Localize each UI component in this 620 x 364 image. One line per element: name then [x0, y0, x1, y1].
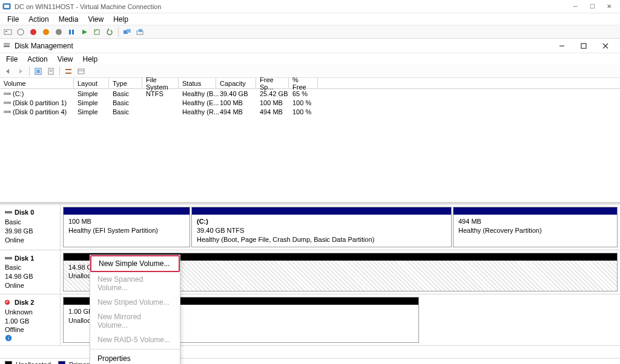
dm-close-button[interactable] — [598, 40, 613, 52]
vol-type: Basic — [109, 98, 142, 107]
back-icon[interactable] — [2, 66, 13, 77]
dm-menu-view[interactable]: View — [53, 54, 78, 65]
svg-rect-41 — [5, 211, 12, 213]
vol-layout: Simple — [74, 89, 109, 98]
dm-menubar: File Action View Help — [0, 53, 620, 65]
vm-minimize-button[interactable]: ─ — [567, 1, 584, 13]
disk0-partition-3[interactable]: 494 MB Healthy (Recovery Partition) — [453, 207, 618, 247]
disk1-size: 14.98 GB — [5, 272, 55, 281]
disk0-partition-2[interactable]: (C:) 39.40 GB NTFS Healthy (Boot, Page F… — [191, 207, 452, 247]
col-status[interactable]: Status — [179, 78, 216, 88]
vm-pause-icon[interactable] — [66, 27, 77, 37]
drive-icon — [4, 109, 11, 115]
vm-window-title: DC on WIN11HOST - Virtual Machine Connec… — [15, 3, 567, 10]
disk1-name: Disk 1 — [15, 254, 34, 263]
col-pfree[interactable]: % Free — [289, 78, 318, 88]
vm-menu-action[interactable]: Action — [24, 14, 53, 25]
legend-swatch-primary — [58, 361, 65, 364]
menu-new-simple-volume[interactable]: New Simple Volume... — [91, 256, 179, 271]
part-size: 494 MB — [458, 217, 612, 226]
part-size: 100 MB — [68, 217, 185, 226]
vm-menu-media[interactable]: Media — [54, 14, 84, 25]
help-icon2[interactable] — [45, 66, 56, 77]
vm-toolbar — [0, 25, 620, 39]
disk2-status: Offline — [5, 326, 24, 333]
disk2-info[interactable]: Disk 2 Unknown 1.00 GB Offline i — [0, 294, 61, 345]
col-volume[interactable]: Volume — [0, 78, 74, 88]
settings-icon[interactable] — [63, 66, 74, 77]
svg-point-7 — [56, 29, 62, 35]
vm-menu-file[interactable]: File — [2, 14, 24, 25]
svg-point-40 — [9, 111, 10, 112]
dm-maximize-button[interactable] — [576, 40, 591, 52]
vol-type: Basic — [109, 89, 142, 98]
dm-menu-file[interactable]: File — [1, 54, 22, 65]
partition-cap — [192, 207, 451, 215]
vol-status: Healthy (E... — [179, 98, 216, 107]
col-free[interactable]: Free Sp... — [256, 78, 289, 88]
col-layout[interactable]: Layout — [74, 78, 109, 88]
vm-share-icon[interactable] — [134, 27, 145, 37]
dm-minimize-button[interactable] — [555, 40, 569, 52]
dm-menu-action[interactable]: Action — [22, 54, 52, 65]
list-icon[interactable] — [76, 66, 87, 77]
vm-reset-icon[interactable] — [79, 27, 90, 37]
vm-start-icon[interactable] — [15, 27, 26, 37]
svg-point-6 — [43, 29, 49, 35]
dm-menu-help[interactable]: Help — [78, 54, 103, 65]
svg-point-38 — [9, 102, 10, 103]
volume-list: (C:) Simple Basic NTFS Healthy (B... 39.… — [0, 89, 620, 116]
disk0-partition-1[interactable]: 100 MB Healthy (EFI System Partition) — [63, 207, 190, 247]
volume-list-header: Volume Layout Type File System Status Ca… — [0, 78, 620, 89]
disk0-info[interactable]: Disk 0 Basic 39.98 GB Online — [0, 204, 61, 250]
vm-turnoff-icon[interactable] — [28, 27, 39, 37]
col-type[interactable]: Type — [109, 78, 142, 88]
drive-icon — [4, 91, 11, 97]
vm-save-icon[interactable] — [53, 27, 64, 37]
svg-marker-24 — [6, 69, 9, 74]
refresh-icon[interactable] — [33, 66, 44, 77]
vol-capacity: 494 MB — [216, 107, 256, 116]
partition-cap — [64, 207, 190, 215]
disk1-info[interactable]: Disk 1 Basic 14.98 GB Online — [0, 250, 61, 294]
vm-shutdown-icon[interactable] — [41, 27, 51, 37]
vol-name: (Disk 0 partition 1) — [13, 99, 67, 106]
vm-revert-icon[interactable] — [104, 27, 115, 37]
svg-rect-14 — [127, 29, 131, 33]
vm-menu-view[interactable]: View — [83, 14, 108, 25]
vol-layout: Simple — [74, 107, 109, 116]
vm-checkpoint-icon[interactable] — [91, 27, 102, 37]
disk0-size: 39.98 GB — [5, 227, 55, 236]
legend-swatch-unallocated — [5, 361, 12, 364]
svg-point-43 — [5, 300, 10, 305]
col-capacity[interactable]: Capacity — [216, 78, 256, 88]
vm-enhanced-icon[interactable] — [122, 27, 133, 37]
vm-maximize-button[interactable]: ☐ — [584, 1, 601, 13]
dm-titlebar: Disk Management — [0, 39, 620, 53]
vol-free: 100 MB — [256, 98, 289, 107]
disk2-type: Unknown — [5, 308, 55, 317]
vm-close-button[interactable]: ✕ — [601, 1, 618, 13]
forward-icon[interactable] — [15, 66, 26, 77]
svg-rect-9 — [72, 30, 74, 34]
vol-free: 494 MB — [256, 107, 289, 116]
svg-rect-27 — [36, 70, 40, 73]
vm-ctrl-alt-del-icon[interactable] — [2, 27, 13, 37]
menu-new-spanned-volume: New Spanned Volume... — [90, 272, 180, 295]
svg-rect-18 — [4, 43, 10, 45]
vol-layout: Simple — [74, 98, 109, 107]
vm-menu-help[interactable]: Help — [108, 14, 133, 25]
volume-row[interactable]: (Disk 0 partition 1) Simple Basic Health… — [0, 98, 620, 107]
part-size: 39.40 GB NTFS — [197, 226, 446, 235]
col-filesystem[interactable]: File System — [142, 78, 179, 88]
vol-status: Healthy (R... — [179, 107, 216, 116]
toolbar-separator — [118, 27, 119, 37]
svg-marker-10 — [82, 30, 87, 34]
part-desc: Healthy (Boot, Page File, Crash Dump, Ba… — [197, 235, 446, 244]
info-icon[interactable]: i — [5, 334, 55, 342]
volume-row[interactable]: (Disk 0 partition 4) Simple Basic Health… — [0, 107, 620, 116]
vol-fs — [142, 98, 179, 107]
menu-properties[interactable]: Properties — [90, 351, 180, 364]
vm-icon — [2, 2, 11, 11]
toolbar-separator — [29, 67, 30, 76]
